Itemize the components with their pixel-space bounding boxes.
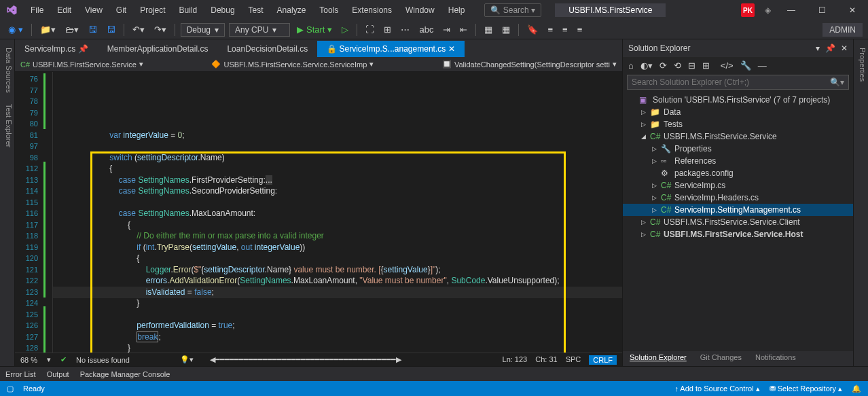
document-tab[interactable]: 🔒 ServiceImp.S...anagement.cs ✕ <box>317 41 464 57</box>
bookmark-icon[interactable]: 🔖 <box>524 23 541 36</box>
tree-item[interactable]: ▷C#USBFI.MS.FirstService.Service.Host <box>623 228 853 240</box>
properties-icon[interactable]: 🔧 <box>740 60 751 71</box>
document-tab[interactable]: MemberApplicationDetail.cs <box>98 41 218 57</box>
show-all-icon[interactable]: ⊞ <box>702 60 710 71</box>
live-share-icon[interactable]: ◈ <box>765 5 771 15</box>
menu-analyze[interactable]: Analyze <box>271 3 312 18</box>
indent-indicator[interactable]: SPC <box>566 355 581 365</box>
line-ending-indicator[interactable]: CRLF <box>589 355 617 365</box>
tb-icon[interactable]: ≡ <box>560 23 571 36</box>
tb-icon[interactable]: ▦ <box>482 23 495 36</box>
menu-build[interactable]: Build <box>173 3 204 18</box>
code-editor[interactable]: 7677787980819798112113114115116117118119… <box>15 72 622 353</box>
platform-dropdown[interactable]: Any CPU ▾ <box>229 23 290 37</box>
menu-extensions[interactable]: Extensions <box>346 3 398 18</box>
tb-icon[interactable]: ≡ <box>545 23 556 36</box>
undo-icon[interactable]: ↶▾ <box>130 23 147 36</box>
notifications-icon[interactable]: 🔔 <box>852 384 861 393</box>
dropdown-icon[interactable]: ▾ <box>816 43 820 53</box>
menu-tools[interactable]: Tools <box>313 3 344 18</box>
close-icon[interactable]: ✕ <box>841 43 848 53</box>
maximize-button[interactable]: ☐ <box>812 5 832 15</box>
solution-name[interactable]: USBFI.MS.FirstService <box>555 3 666 17</box>
nav-class[interactable]: 🔶 USBFI.MS.FirstService.Service.ServiceI… <box>211 60 374 69</box>
line-indicator[interactable]: Ln: 123 <box>503 355 528 365</box>
tool-tab[interactable]: Properties <box>854 45 868 84</box>
tree-item[interactable]: ▷C#ServiceImp.Headers.cs <box>623 192 853 204</box>
new-item-icon[interactable]: 📁▾ <box>37 23 58 36</box>
menu-project[interactable]: Project <box>134 3 171 18</box>
menu-window[interactable]: Window <box>399 3 441 18</box>
start-no-debug-icon[interactable]: ▷ <box>339 23 351 36</box>
tool-tab[interactable]: Test Explorer <box>0 101 14 150</box>
lightbulb-icon[interactable]: 💡▾ <box>180 355 194 364</box>
menu-file[interactable]: File <box>24 3 50 18</box>
tree-item[interactable]: ▷📁Tests <box>623 118 853 130</box>
menu-git[interactable]: Git <box>110 3 132 18</box>
source-control-button[interactable]: ↑ Add to Source Control ▴ <box>674 384 759 393</box>
nav-namespace[interactable]: C# USBFI.MS.FirstService.Service ▾ <box>20 60 143 69</box>
tree-item[interactable]: ▷C#ServiceImp.cs <box>623 179 853 192</box>
code-icon[interactable]: </> <box>721 60 734 71</box>
bottom-tab[interactable]: Output <box>47 370 69 378</box>
tree-item[interactable]: ▷C#ServiceImp.SettingManagement.cs <box>623 204 853 216</box>
char-indicator[interactable]: Ch: 31 <box>535 355 557 365</box>
search-box[interactable]: 🔍 Search ▾ <box>484 3 541 17</box>
search-icon[interactable]: 🔍▾ <box>830 77 844 87</box>
tb-icon[interactable]: ▦ <box>499 23 513 36</box>
save-all-icon[interactable]: 🖫 <box>104 23 118 36</box>
sync-icon[interactable]: ⟲ <box>674 60 681 71</box>
config-dropdown[interactable]: Debug ▾ <box>181 23 225 37</box>
solution-search[interactable]: 🔍▾ <box>627 75 849 90</box>
menu-debug[interactable]: Debug <box>204 3 240 18</box>
menu-help[interactable]: Help <box>442 3 471 18</box>
save-icon[interactable]: 🖫 <box>86 23 100 36</box>
panel-tab[interactable]: Notifications <box>748 351 803 366</box>
menu-edit[interactable]: Edit <box>51 3 77 18</box>
tb-icon[interactable]: ⇤ <box>457 23 470 36</box>
nav-method[interactable]: 🔲 ValidateChangedSetting(SettingDescript… <box>442 60 617 69</box>
pin-icon[interactable]: 📌 <box>825 43 835 53</box>
solution-root[interactable]: ▣ Solution 'USBFI.MS.FirstService' (7 of… <box>623 94 853 106</box>
user-avatar[interactable]: PK <box>741 3 755 17</box>
redo-icon[interactable]: ↷▾ <box>151 23 169 36</box>
solution-tree[interactable]: ▣ Solution 'USBFI.MS.FirstService' (7 of… <box>623 91 853 351</box>
tree-item[interactable]: ◢C#USBFI.MS.FirstService.Service <box>623 130 853 143</box>
tree-item[interactable]: ▷🔧Properties <box>623 143 853 155</box>
close-button[interactable]: ✕ <box>842 5 863 15</box>
tb-icon[interactable]: ⊞ <box>381 23 394 36</box>
tree-item[interactable]: ⚙packages.config <box>623 167 853 179</box>
solution-search-input[interactable] <box>632 77 830 87</box>
minimize-button[interactable]: — <box>781 5 801 15</box>
panel-tab[interactable]: Git Changes <box>693 351 748 366</box>
output-icon[interactable]: ▢ <box>7 384 14 393</box>
tb-icon[interactable]: ⋯ <box>398 23 412 36</box>
tree-item[interactable]: ▷📁Data <box>623 106 853 118</box>
tool-tab[interactable]: Data Sources <box>0 45 14 96</box>
open-icon[interactable]: 🗁▾ <box>62 23 82 36</box>
bottom-tab[interactable]: Package Manager Console <box>80 370 170 378</box>
panel-tab[interactable]: Solution Explorer <box>623 351 693 366</box>
zoom-level[interactable]: 68 % <box>20 356 37 364</box>
nav-back-icon[interactable]: ◉ ▾ <box>5 23 26 36</box>
switch-views-icon[interactable]: ◐▾ <box>640 60 653 71</box>
home-icon[interactable]: ⌂ <box>628 60 634 71</box>
collapse-icon[interactable]: ⊟ <box>688 60 695 71</box>
menu-test[interactable]: Test <box>242 3 270 18</box>
tb-icon[interactable]: abc <box>416 23 436 36</box>
document-tab[interactable]: ServiceImp.cs 📌 <box>15 41 98 57</box>
menu-view[interactable]: View <box>79 3 109 18</box>
tb-icon[interactable]: ⇥ <box>440 23 453 36</box>
tree-item[interactable]: ▷▫▫References <box>623 155 853 167</box>
tb-icon[interactable]: ⛶ <box>363 23 377 36</box>
document-tab[interactable]: LoanDecisionDetail.cs <box>217 41 317 57</box>
code-content[interactable]: var integerValue = 0; switch (settingDes… <box>53 72 622 353</box>
start-button[interactable]: ▶ Start ▾ <box>294 23 335 36</box>
bottom-tab[interactable]: Error List <box>5 370 36 378</box>
issues-status[interactable]: No issues found <box>76 356 130 364</box>
tree-item[interactable]: ▷C#USBFI.MS.FirstService.Service.Client <box>623 216 853 228</box>
repository-button[interactable]: ⛃ Select Repository ▴ <box>770 384 842 393</box>
preview-icon[interactable]: — <box>758 60 767 71</box>
tb-icon[interactable]: ≡ <box>575 23 585 36</box>
pending-changes-icon[interactable]: ⟳ <box>659 60 667 71</box>
